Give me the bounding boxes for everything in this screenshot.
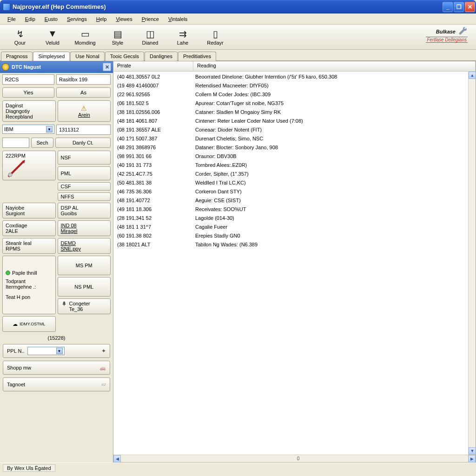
tab-simpleysed[interactable]: Simpleysed: [33, 52, 70, 61]
toolbar-icon: ▯: [210, 29, 221, 39]
demd-button[interactable]: DEMD SNE.ppy: [58, 238, 111, 254]
tab-tooic-gecsls[interactable]: Tooic Gecsls: [105, 52, 144, 61]
num-field[interactable]: 1311312: [56, 125, 111, 135]
arein-button[interactable]: ⚠Arein: [58, 100, 111, 122]
row-reading: Durenart Cheletis; Simo, NSC: [195, 135, 472, 143]
steanlr-button[interactable]: Steanlr Ieal RPMS: [2, 238, 56, 254]
close-button[interactable]: ✕: [465, 2, 475, 12]
list-row[interactable]: (19 489 41460007Retendised Macneeter: Df…: [113, 81, 476, 90]
row-prrate: (40 481.30557 0L2: [117, 73, 195, 81]
list-row[interactable]: (08 191 36557 ALEConeaar: Dioder Notent …: [113, 126, 476, 134]
idmy-button[interactable]: ☁ IDMY.OSTML: [2, 316, 56, 332]
ind08-button[interactable]: IND 08 Miragel: [58, 220, 111, 236]
tab-preditiatives[interactable]: Preditiatives: [178, 52, 216, 61]
blank-field[interactable]: [2, 138, 29, 148]
tagnoet-button[interactable]: Tagnoet ez: [3, 377, 110, 391]
maximize-button[interactable]: ❐: [454, 2, 464, 12]
menu-edip[interactable]: Edip: [20, 15, 40, 23]
nffs-button[interactable]: NFFS: [58, 192, 111, 201]
toolbar-qour[interactable]: ↯Qour: [4, 26, 36, 48]
list-row[interactable]: (40 191 31 773Tornbred Alees:.EZ0R): [113, 161, 476, 170]
mspm-button[interactable]: MS PM: [58, 256, 111, 275]
panel-icon: [2, 63, 9, 71]
rasit-field[interactable]: Rasitİbx 199: [56, 74, 111, 85]
yies-button[interactable]: Yies: [2, 87, 54, 98]
window-title: Najproyer.elf (Hep Commetimes): [13, 3, 443, 10]
ibm-select[interactable]: IBM▼: [2, 125, 54, 134]
list-row[interactable]: (60 191.38 802Erepies Stadly GN0: [113, 231, 476, 240]
row-reading: Erepies Stadly GN0: [195, 232, 472, 240]
list-row[interactable]: (98 991 301 66Oraunor: DBV30B: [113, 152, 476, 161]
tab-pragnoss[interactable]: Pragnoss: [1, 52, 33, 61]
menu-vintalels[interactable]: Vintalels: [164, 15, 192, 23]
list-row[interactable]: (22 961.92565Collern M Coder Jodes: (IBC…: [113, 90, 476, 99]
row-reading: Cataner: Sladlen M Ongaioy Simy RK: [195, 108, 472, 116]
list-row[interactable]: (38 18021 ALTTabilon Ng Wades: (N6.389: [113, 240, 476, 249]
list-row[interactable]: (49 181 18.306Receivates: SOO%UT: [113, 205, 476, 214]
list-row[interactable]: (48 291 3868976Dataner: Blocter: Sonbory…: [113, 143, 476, 152]
toolbar-style[interactable]: ▤Style: [101, 26, 134, 48]
r2cs-field[interactable]: R2CS: [2, 74, 54, 85]
row-prrate: (08 191 36557 ALE: [117, 126, 195, 134]
menu-file[interactable]: File: [3, 15, 20, 23]
pml-button[interactable]: PML: [58, 166, 111, 180]
list-row[interactable]: (40 481.30557 0L2Beoorrated Dinelone: Gi…: [113, 73, 476, 81]
row-reading: Retendised Macneeter: DfYF05): [195, 82, 472, 90]
col-prrate[interactable]: Prrate: [113, 61, 193, 71]
dspal-button[interactable]: DSP AL Guoibs: [58, 203, 111, 218]
tab-danlignes[interactable]: Danlignes: [145, 52, 178, 61]
shopp-button[interactable]: Shopp mw 🚗: [3, 361, 110, 375]
ppl-select[interactable]: PPL N.. ▼ ✦: [3, 344, 110, 358]
row-prrate: (98 991 301 66: [117, 152, 195, 160]
scroll-right-button[interactable]: ▶: [468, 455, 476, 463]
as-button[interactable]: As: [56, 87, 111, 98]
menu-help[interactable]: Help: [92, 15, 112, 23]
row-reading: Tabilon Ng Wades: (N6.389: [195, 241, 472, 249]
list-row[interactable]: (40 1?1 5007.387Durenart Cheletis; Simo,…: [113, 134, 476, 143]
row-reading: Cagalie Fueer: [195, 223, 472, 231]
coxdiage-button[interactable]: Coxdiage 2ALE: [2, 220, 56, 236]
row-prrate: (40 1?1 5007.387: [117, 135, 195, 143]
csf-button[interactable]: CSF: [58, 182, 111, 191]
col-reading[interactable]: Reading: [193, 61, 476, 71]
panel-close-button[interactable]: ✕: [103, 63, 111, 71]
nsf-button[interactable]: NSF: [58, 151, 111, 165]
row-reading: Coneaar: Dioder Notent (FIT): [195, 126, 472, 134]
list-row[interactable]: (42 251.4C7.75Corder, Siplter, (1".357): [113, 170, 476, 178]
list-row[interactable]: (38 181.02556.006Cataner: Sladlen M Onga…: [113, 108, 476, 117]
list-row[interactable]: (48 181 1 31^7Cagalie Fueer: [113, 223, 476, 231]
list-row[interactable]: (46 735 36.306Corkeron Dant STY): [113, 187, 476, 196]
menu-servings[interactable]: Servings: [62, 15, 92, 23]
menu-prience[interactable]: Prience: [137, 15, 164, 23]
tab-use-nonal[interactable]: Use Nonal: [70, 52, 104, 61]
list-row[interactable]: (48 181 4061.807Cintener: Reter Lealer C…: [113, 117, 476, 126]
toolbar-icon: ▭: [79, 29, 91, 39]
toolbar-redayr[interactable]: ▯Redayr: [199, 26, 231, 48]
row-reading: Dataner: Blocter: Sonbory Jano, 908: [195, 144, 472, 152]
toolbar-dianed[interactable]: ◫Dianed: [134, 26, 166, 48]
toolbar-veluld[interactable]: ▼Veluld: [36, 26, 69, 48]
menu-viewes[interactable]: Viewes: [111, 15, 137, 23]
list-row[interactable]: (50 481.381 38Weldlled I Tral LC,KC): [113, 178, 476, 187]
list-row[interactable]: (48 191.40772Aeguie: CSE (SIST): [113, 196, 476, 205]
horizontal-scrollbar[interactable]: ◀ 0 ▶: [113, 455, 476, 462]
danly-button[interactable]: Danly Ct.: [55, 138, 111, 148]
scroll-up-button[interactable]: ▲: [469, 72, 476, 79]
daginst-button[interactable]: Daginst Diagngotiy Recepbland: [2, 100, 56, 122]
list-row[interactable]: (06 181.502 5Apurear: Cotan'Tuger sit no…: [113, 99, 476, 108]
vertical-scrollbar[interactable]: ▲ ▼: [468, 72, 476, 455]
scroll-left-button[interactable]: ◀: [113, 455, 121, 463]
toolbar-lahe[interactable]: ⇉Lahe: [166, 26, 199, 48]
warning-icon: ⚠: [81, 105, 87, 112]
toolbar-momding[interactable]: ▭Momding: [69, 26, 101, 48]
menu-eusto[interactable]: Eusto: [40, 15, 62, 23]
list-row[interactable]: (28 191.341 52Lagolde (014-30): [113, 214, 476, 223]
scroll-down-button[interactable]: ▼: [469, 447, 476, 455]
nayiobe-button[interactable]: Nayiobe Surgiont: [2, 203, 56, 218]
row-reading: Corder, Siplter, (1".357): [195, 170, 472, 178]
nspml-button[interactable]: NS PML: [58, 277, 111, 297]
congeter-button[interactable]: Congeter Te_36: [58, 298, 111, 314]
minimize-button[interactable]: _: [443, 2, 453, 12]
sech-button[interactable]: Sech: [31, 138, 53, 148]
rpm-cell[interactable]: 222RPM: [2, 151, 56, 180]
